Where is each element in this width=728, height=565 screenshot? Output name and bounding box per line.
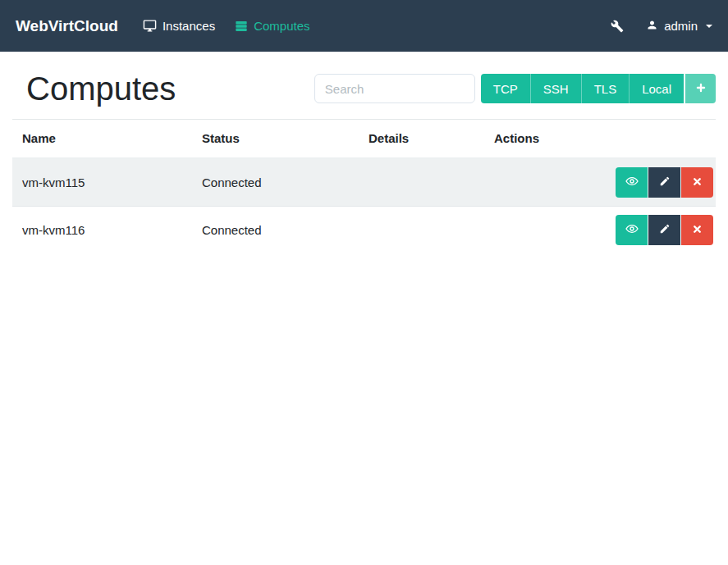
compute-actions-cell [484, 207, 716, 254]
pencil-icon [659, 175, 671, 189]
nav-item-computes[interactable]: Computes [235, 19, 309, 33]
user-name: admin [664, 19, 698, 33]
user-dropdown[interactable]: admin [646, 19, 712, 34]
x-icon [692, 224, 703, 237]
server-icon [235, 20, 248, 33]
nav-item-instances-label: Instances [163, 19, 215, 33]
compute-name: vm-kvm115 [12, 158, 192, 207]
page-header: Computes TCP SSH TLS Local [12, 52, 716, 119]
table-row: vm-kvm116 Connected [12, 207, 716, 254]
x-icon [692, 176, 703, 189]
caret-down-icon [706, 25, 712, 28]
user-icon [646, 19, 658, 34]
compute-status: Connected [192, 158, 359, 207]
compute-actions-cell [484, 158, 716, 207]
action-button-group [616, 167, 713, 198]
delete-button[interactable] [681, 167, 713, 198]
nav-item-instances[interactable]: Instances [143, 19, 215, 33]
wrench-icon[interactable] [611, 20, 624, 33]
table-row: vm-kvm115 Connected [12, 158, 716, 207]
column-header-name: Name [12, 120, 192, 159]
column-header-status: Status [192, 120, 359, 159]
add-ssh-button[interactable]: SSH [530, 74, 581, 103]
page-title: Computes [26, 69, 176, 108]
add-tcp-button[interactable]: TCP [481, 74, 530, 103]
top-navbar: WebVirtCloud Instances Computes admin [0, 0, 728, 52]
computes-table: Name Status Details Actions vm-kvm115 Co… [12, 119, 716, 253]
action-button-group [616, 215, 713, 245]
compute-status: Connected [192, 207, 359, 254]
edit-button[interactable] [648, 215, 680, 245]
navbar-right: admin [611, 19, 712, 34]
view-button[interactable] [616, 167, 648, 198]
compute-details [359, 207, 484, 254]
add-tls-button[interactable]: TLS [581, 74, 630, 103]
eye-icon [625, 222, 639, 238]
add-local-button[interactable]: Local [629, 74, 684, 103]
edit-button[interactable] [648, 167, 680, 198]
desktop-icon [143, 19, 157, 33]
nav-item-computes-label: Computes [254, 19, 309, 33]
header-controls: TCP SSH TLS Local [314, 74, 716, 103]
compute-name: vm-kvm116 [12, 207, 192, 254]
computes-table-container: Name Status Details Actions vm-kvm115 Co… [12, 119, 716, 253]
plus-icon [695, 82, 707, 96]
add-compute-button-group: TCP SSH TLS Local [481, 74, 716, 103]
column-header-details: Details [359, 120, 484, 159]
column-header-actions: Actions [484, 120, 716, 159]
brand-link[interactable]: WebVirtCloud [16, 17, 118, 35]
search-input[interactable] [314, 74, 475, 103]
delete-button[interactable] [681, 215, 713, 245]
view-button[interactable] [616, 215, 648, 245]
compute-details [359, 158, 484, 207]
add-compute-button[interactable] [685, 74, 716, 103]
eye-icon [625, 175, 639, 190]
table-header-row: Name Status Details Actions [12, 120, 716, 159]
pencil-icon [659, 223, 671, 237]
